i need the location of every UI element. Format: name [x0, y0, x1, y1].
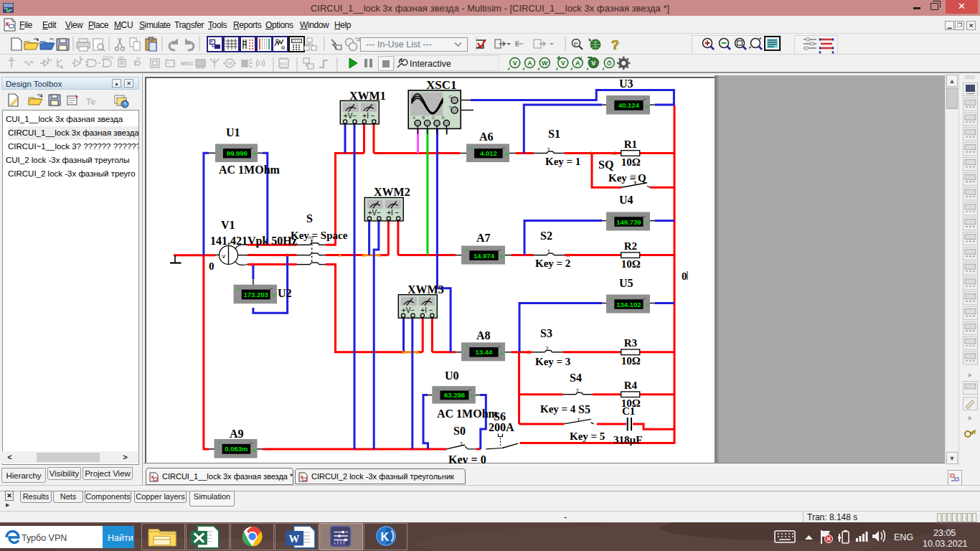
svg-text:?: ? [611, 38, 619, 52]
svg-text:−: − [643, 213, 646, 220]
svg-text:W: W [289, 533, 300, 545]
svg-text:V: V [470, 392, 474, 399]
svg-text:A8: A8 [476, 329, 491, 342]
svg-text:+: + [610, 213, 613, 220]
svg-text:A: A [500, 350, 504, 357]
svg-text:T: T [577, 417, 580, 423]
svg-text:+: + [470, 145, 473, 151]
svg-text:D: D [441, 116, 444, 120]
svg-text:U5: U5 [619, 277, 633, 289]
svg-text:0: 0 [682, 270, 687, 282]
svg-text:V: V [272, 292, 276, 298]
svg-text:U3: U3 [619, 77, 633, 90]
svg-text:−: − [502, 145, 506, 151]
svg-text:AC 1MOhm: AC 1MOhm [219, 164, 281, 176]
svg-text:T: T [546, 345, 550, 351]
svg-text:U1: U1 [226, 126, 240, 138]
svg-text:−: − [270, 286, 273, 292]
svg-text:4.012: 4.012 [480, 149, 497, 157]
svg-text:−: − [643, 96, 646, 103]
svg-text:Key = Space: Key = Space [291, 230, 348, 241]
svg-text:T: T [576, 387, 580, 393]
svg-text:T: T [460, 441, 463, 446]
svg-text:C: C [432, 116, 435, 120]
svg-text:P: P [574, 41, 578, 47]
svg-text:V: V [253, 151, 257, 157]
svg-text:134.102: 134.102 [616, 301, 641, 309]
svg-text:S5: S5 [578, 403, 590, 415]
svg-text:S4: S4 [570, 372, 582, 384]
svg-text:−: − [643, 296, 646, 302]
svg-text:+: + [219, 145, 222, 151]
svg-text:+: + [465, 247, 468, 253]
svg-text:Key = 3: Key = 3 [535, 356, 570, 367]
svg-text:A7: A7 [476, 232, 491, 244]
svg-text:−: − [498, 247, 501, 253]
svg-text:40.124: 40.124 [618, 101, 640, 109]
svg-text:318µF: 318µF [613, 434, 642, 446]
svg-text:XWM1: XWM1 [349, 90, 386, 102]
svg-text:141.421Vpk 50Hz: 141.421Vpk 50Hz [210, 235, 297, 248]
svg-text:ENG: ENG [894, 532, 913, 542]
svg-text:Key = 0: Key = 0 [448, 453, 486, 464]
svg-text:Key = 4: Key = 4 [540, 403, 576, 415]
svg-text:V: V [591, 60, 595, 67]
svg-text:+: + [465, 343, 468, 349]
svg-text:R2: R2 [624, 240, 637, 252]
svg-text:149.739: 149.739 [616, 218, 641, 226]
svg-text:+: + [610, 296, 613, 302]
svg-text:23:05: 23:05 [933, 528, 956, 538]
svg-text:−: − [250, 145, 254, 151]
svg-text:10Ω: 10Ω [621, 156, 641, 168]
svg-text:+V−: +V− [368, 209, 382, 217]
svg-text:R4: R4 [624, 380, 638, 391]
svg-text:XSC1: XSC1 [426, 78, 457, 92]
svg-text:A: A [504, 151, 509, 157]
svg-text:S3: S3 [540, 327, 552, 339]
svg-text:10.03.2021: 10.03.2021 [923, 539, 968, 549]
svg-text:Key = 2: Key = 2 [535, 258, 570, 269]
svg-text:ôv: ôv [136, 56, 141, 60]
svg-text:S0: S0 [453, 425, 466, 437]
svg-text:200A: 200A [489, 421, 514, 433]
svg-text:14.974: 14.974 [473, 252, 495, 260]
svg-text:0.063m: 0.063m [225, 445, 248, 453]
svg-text:U4: U4 [619, 194, 633, 206]
svg-text:S2: S2 [540, 230, 552, 242]
svg-text:10Ω: 10Ω [621, 258, 641, 270]
svg-text:63.286: 63.286 [444, 391, 465, 399]
svg-text:A: A [252, 447, 256, 453]
svg-text:MCU: MCU [280, 62, 289, 66]
svg-text:V: V [578, 55, 583, 62]
svg-text:v: v [222, 253, 226, 260]
svg-text:S: S [306, 212, 313, 225]
svg-text:V: V [645, 220, 649, 226]
svg-text:V1: V1 [221, 219, 235, 231]
svg-text:+: + [610, 96, 613, 103]
svg-text:U0: U0 [445, 369, 459, 382]
svg-text:Te: Te [86, 97, 95, 107]
svg-text:T: T [547, 248, 551, 254]
svg-text:A: A [413, 116, 415, 120]
svg-text:A9: A9 [230, 428, 244, 440]
svg-text:+V−: +V− [402, 306, 415, 314]
svg-text:A: A [500, 253, 504, 260]
svg-text:+: + [237, 286, 241, 292]
svg-text:Key = 1: Key = 1 [545, 156, 580, 167]
svg-text:+: + [435, 387, 439, 393]
svg-text:V: V [513, 60, 517, 67]
svg-text:99.999: 99.999 [227, 149, 248, 157]
svg-text:−: − [250, 440, 254, 446]
svg-text:+: + [218, 440, 222, 446]
svg-text:10Ω: 10Ω [621, 355, 641, 367]
svg-text:V: V [561, 60, 565, 67]
svg-text:Q: Q [638, 172, 646, 184]
svg-text:+V−: +V− [344, 112, 357, 120]
svg-text:XWM3: XWM3 [407, 283, 444, 296]
svg-text:CMOS: CMOS [103, 55, 114, 60]
svg-text:dM: dM [118, 55, 123, 60]
svg-text:--- In-Use List ---: --- In-Use List --- [366, 39, 432, 50]
svg-text:B: B [423, 116, 425, 120]
svg-text:A6: A6 [479, 131, 494, 143]
svg-text:SQ: SQ [598, 159, 613, 171]
